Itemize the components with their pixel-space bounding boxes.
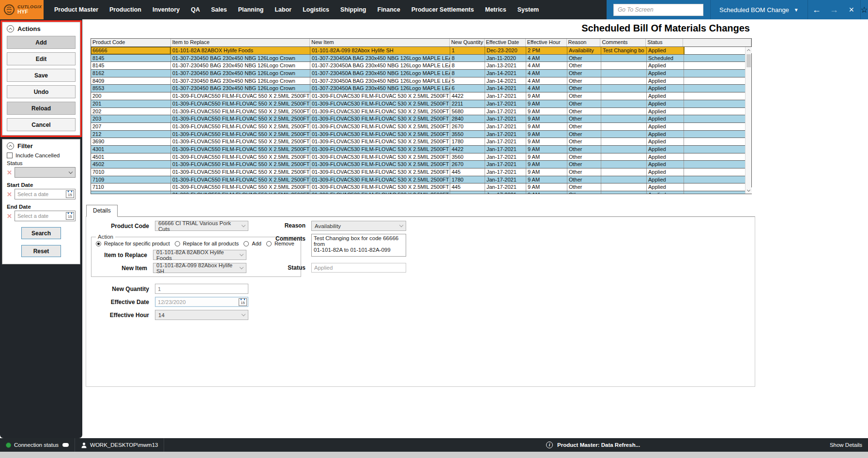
- table-row[interactable]: 816201-307-230450 BAG 230x450 NBG 126Log…: [91, 70, 746, 77]
- collapse-actions-icon[interactable]: [7, 25, 14, 32]
- table-row[interactable]: 21201-309-FLOVAC550 FILM-FLOVAC 550 X 2.…: [91, 131, 746, 138]
- clear-start-date-icon[interactable]: ✕: [7, 191, 13, 198]
- table-cell: 9 AM: [526, 100, 567, 107]
- table-row[interactable]: 855301-307-230450 BAG 230x450 NBG 126Log…: [91, 85, 746, 92]
- column-header[interactable]: Status: [646, 39, 683, 46]
- save-button[interactable]: Save: [7, 69, 76, 82]
- forward-arrow-icon[interactable]: →: [825, 5, 843, 15]
- radio-add[interactable]: [244, 241, 249, 246]
- table-row[interactable]: 6666601-101-82A 82ABOX Hylife Foods01-10…: [91, 47, 746, 55]
- column-header[interactable]: Product Code: [91, 39, 171, 46]
- include-cancelled-checkbox[interactable]: [7, 153, 13, 158]
- status-input[interactable]: [311, 263, 406, 273]
- undo-button[interactable]: Undo: [7, 85, 76, 98]
- menu-item-planning[interactable]: Planning: [238, 6, 264, 13]
- menu-item-qa[interactable]: QA: [191, 6, 200, 13]
- scroll-down-icon[interactable]: [746, 187, 752, 194]
- menu-item-production[interactable]: Production: [109, 6, 141, 13]
- end-date-label: End Date: [7, 204, 76, 210]
- table-row[interactable]: 20001-309-FLOVAC550 FILM-FLOVAC 550 X 2.…: [91, 92, 746, 100]
- column-header[interactable]: Item to Replace: [171, 39, 310, 46]
- add-button[interactable]: Add: [7, 36, 76, 49]
- status-filter-label: Status: [7, 160, 76, 166]
- product-code-dropdown[interactable]: 66666 CI TRIAL Various Pork Cuts: [155, 221, 248, 231]
- table-cell: 2211: [450, 100, 485, 107]
- menu-item-shipping[interactable]: Shipping: [340, 6, 366, 13]
- calendar-icon[interactable]: 15: [66, 190, 74, 198]
- column-header[interactable]: New Quantity: [450, 39, 485, 46]
- scroll-up-icon[interactable]: [746, 47, 752, 53]
- new-item-dropdown[interactable]: 01-101-82A-099 82Abox Hylife SH: [153, 263, 246, 273]
- cancel-button[interactable]: Cancel: [7, 118, 76, 131]
- status-filter-dropdown[interactable]: [15, 167, 76, 178]
- table-row[interactable]: 20101-309-FLOVAC550 FILM-FLOVAC 550 X 2.…: [91, 100, 746, 108]
- effective-date-input[interactable]: 12/23/2020 15: [155, 297, 248, 307]
- clear-end-date-icon[interactable]: ✕: [7, 213, 13, 220]
- tab-details[interactable]: Details: [86, 205, 118, 217]
- radio-replace-for-all-products[interactable]: [175, 241, 180, 246]
- back-arrow-icon[interactable]: ←: [808, 5, 825, 15]
- radio-replace-for-specific-product[interactable]: [96, 241, 101, 246]
- table-row[interactable]: 840901-307-230450 BAG 230x450 NBG 126Log…: [91, 77, 746, 85]
- table-row[interactable]: 20201-309-FLOVAC550 FILM-FLOVAC 550 X 2.…: [91, 108, 746, 116]
- table-scrollbar[interactable]: [745, 47, 751, 194]
- action-group-label: Action: [96, 234, 115, 240]
- table-row[interactable]: 814501-307-230450 BAG 230x450 NBG 126Log…: [91, 62, 746, 70]
- menu-item-producer-settlements[interactable]: Producer Settlements: [411, 6, 474, 13]
- table-row[interactable]: 814501-307-230450 BAG 230x450 NBG 126Log…: [91, 55, 746, 62]
- menu-item-metrics[interactable]: Metrics: [485, 6, 506, 13]
- column-header[interactable]: Effective Date: [485, 39, 526, 46]
- table-cell: Jan-17-2021: [485, 146, 526, 153]
- column-header[interactable]: New Item: [310, 39, 450, 46]
- effective-hour-dropdown[interactable]: 14: [155, 310, 248, 320]
- menu-item-sales[interactable]: Sales: [211, 6, 227, 13]
- table-row[interactable]: 369001-309-FLOVAC550 FILM-FLOVAC 550 X 2…: [91, 138, 746, 146]
- favorite-star-icon[interactable]: ☆: [861, 5, 868, 15]
- reset-button[interactable]: Reset: [21, 245, 61, 257]
- table-row[interactable]: 01-309-FLOVAC550 FILM-FLOVAC 550 X 2.5MI…: [91, 191, 746, 194]
- column-header[interactable]: Comments: [600, 39, 646, 46]
- collapse-filter-icon[interactable]: [7, 142, 14, 150]
- search-button[interactable]: Search: [21, 227, 61, 239]
- table-row[interactable]: 710901-309-FLOVAC550 FILM-FLOVAC 550 X 2…: [91, 176, 746, 184]
- table-cell: [601, 138, 647, 145]
- table-cell: [601, 55, 647, 62]
- show-details-link[interactable]: Show Details: [830, 442, 868, 448]
- table-row[interactable]: 450201-309-FLOVAC550 FILM-FLOVAC 550 X 2…: [91, 161, 746, 168]
- table-cell: 8145: [91, 55, 171, 62]
- table-cell: 01-307-230450A BAG 230x450 NBG 126Logo M…: [310, 62, 450, 69]
- menu-item-inventory[interactable]: Inventory: [152, 6, 180, 13]
- menu-item-system[interactable]: System: [518, 6, 539, 13]
- table-row[interactable]: 711001-309-FLOVAC550 FILM-FLOVAC 550 X 2…: [91, 183, 746, 191]
- clear-status-icon[interactable]: ✕: [7, 169, 13, 176]
- edit-button[interactable]: Edit: [7, 52, 76, 65]
- scrollbar-thumb[interactable]: [746, 54, 751, 67]
- reload-button[interactable]: Reload: [7, 102, 76, 115]
- item-to-replace-dropdown[interactable]: 01-101-82A 82ABOX Hylife Foods: [153, 250, 246, 260]
- table-cell: Other: [567, 123, 601, 130]
- table-row[interactable]: 701001-309-FLOVAC550 FILM-FLOVAC 550 X 2…: [91, 168, 746, 176]
- end-date-input[interactable]: Select a date 15: [15, 211, 76, 221]
- menu-item-finance[interactable]: Finance: [378, 6, 400, 13]
- table-row[interactable]: 450101-309-FLOVAC550 FILM-FLOVAC 550 X 2…: [91, 153, 746, 161]
- start-date-input[interactable]: Select a date 15: [15, 189, 76, 199]
- close-icon[interactable]: ×: [843, 5, 860, 15]
- menu-item-product-master[interactable]: Product Master: [54, 6, 98, 13]
- column-header[interactable]: [683, 39, 751, 46]
- column-header[interactable]: Effective Hour: [526, 39, 567, 46]
- menu-item-logistics[interactable]: Logistics: [303, 6, 329, 13]
- column-header[interactable]: Reason: [567, 39, 601, 46]
- table-row[interactable]: 430101-309-FLOVAC550 FILM-FLOVAC 550 X 2…: [91, 146, 746, 153]
- menu-item-labor[interactable]: Labor: [274, 6, 291, 13]
- table-cell: 01-309-FLOVAC530 FILM-FLOVAC 530 X 2.5MI…: [310, 138, 450, 145]
- screen-selector[interactable]: Scheduled BOM Change ▼: [710, 0, 807, 19]
- calendar-icon[interactable]: 15: [239, 298, 247, 306]
- comments-textarea[interactable]: Test Changing box for code 66666 from 01…: [311, 234, 406, 257]
- new-quantity-input[interactable]: [155, 284, 248, 294]
- reason-dropdown[interactable]: Availability: [311, 221, 406, 231]
- table-row[interactable]: 20301-309-FLOVAC550 FILM-FLOVAC 550 X 2.…: [91, 115, 746, 123]
- go-to-screen-input[interactable]: [613, 4, 703, 16]
- table-cell: Applied: [647, 131, 684, 138]
- table-row[interactable]: 20701-309-FLOVAC550 FILM-FLOVAC 550 X 2.…: [91, 123, 746, 131]
- calendar-icon[interactable]: 15: [66, 212, 74, 220]
